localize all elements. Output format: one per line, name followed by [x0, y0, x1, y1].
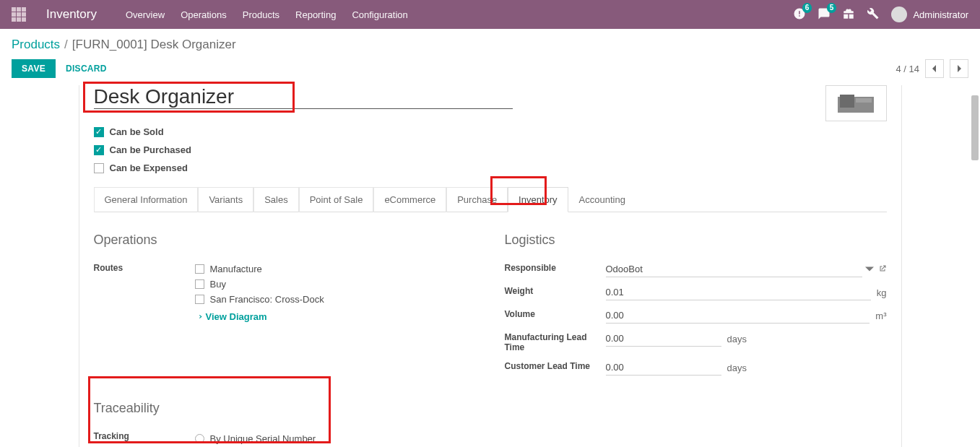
- scrollbar-thumb[interactable]: [971, 95, 979, 160]
- traceability-title: Traceability: [94, 401, 887, 416]
- route-buy-checkbox[interactable]: [195, 279, 204, 289]
- save-button[interactable]: SAVE: [12, 59, 56, 78]
- tracking-label: Tracking: [94, 430, 195, 441]
- responsible-external-icon[interactable]: [878, 264, 887, 275]
- pager-next-button[interactable]: [950, 59, 968, 78]
- pager: 4 / 14: [896, 59, 968, 78]
- tracking-serial-label: By Unique Serial Number: [210, 433, 316, 444]
- route-manufacture-checkbox[interactable]: [195, 264, 204, 274]
- can-be-expensed-label: Can be Expensed: [110, 162, 188, 173]
- nav-links: Overview Operations Products Reporting C…: [126, 9, 408, 20]
- user-menu[interactable]: Administrator: [891, 6, 968, 22]
- view-diagram-label: View Diagram: [206, 311, 267, 322]
- tab-accounting[interactable]: Accounting: [568, 187, 636, 212]
- tab-general-information[interactable]: General Information: [94, 187, 199, 212]
- tab-inventory[interactable]: Inventory: [508, 187, 568, 212]
- app-name[interactable]: Inventory: [46, 7, 97, 22]
- form-sheet: Can be Sold Can be Purchased Can be Expe…: [79, 85, 902, 447]
- logistics-column: Logistics Responsible Weight kg: [505, 233, 887, 379]
- messages-badge: 5: [827, 3, 837, 13]
- operations-title: Operations: [94, 233, 476, 248]
- view-diagram-link[interactable]: View Diagram: [195, 311, 267, 322]
- breadcrumb-root[interactable]: Products: [12, 38, 60, 52]
- breadcrumb-current: [FURN_0001] Desk Organizer: [72, 38, 236, 52]
- volume-unit: m³: [875, 311, 886, 321]
- can-be-sold-label: Can be Sold: [110, 126, 164, 137]
- route-crossdock-checkbox[interactable]: [195, 295, 204, 304]
- mfg-lead-input[interactable]: [606, 331, 721, 347]
- can-be-purchased-label: Can be Purchased: [110, 144, 191, 155]
- svg-rect-1: [840, 95, 854, 108]
- chevron-left-icon: [931, 65, 938, 72]
- tab-content: Operations Routes Manufacture Buy: [79, 212, 901, 379]
- responsible-dropdown-icon[interactable]: [865, 264, 874, 275]
- action-bar: SAVE DISCARD 4 / 14: [0, 55, 980, 85]
- weight-label: Weight: [505, 285, 606, 296]
- responsible-input[interactable]: [606, 261, 862, 277]
- nav-operations[interactable]: Operations: [181, 9, 227, 20]
- route-buy-label: Buy: [210, 279, 226, 290]
- tabs: General Information Variants Sales Point…: [94, 187, 887, 212]
- breadcrumb-separator: /: [64, 38, 68, 52]
- svg-rect-2: [856, 98, 872, 103]
- top-navbar: Inventory Overview Operations Products R…: [0, 0, 980, 29]
- apps-launcher-icon[interactable]: [12, 7, 26, 22]
- user-name: Administrator: [913, 9, 968, 20]
- arrow-right-icon: [195, 313, 203, 321]
- product-options: Can be Sold Can be Purchased Can be Expe…: [79, 121, 901, 187]
- cust-lead-label: Customer Lead Time: [505, 360, 606, 371]
- nav-configuration[interactable]: Configuration: [352, 9, 407, 20]
- cust-lead-unit: days: [727, 363, 747, 373]
- breadcrumb: Products / [FURN_0001] Desk Organizer: [0, 29, 980, 55]
- wrench-icon[interactable]: [867, 7, 880, 22]
- can-be-expensed-checkbox[interactable]: [94, 163, 104, 173]
- responsible-label: Responsible: [505, 261, 606, 273]
- tracking-serial-radio[interactable]: [195, 434, 204, 443]
- logistics-title: Logistics: [505, 233, 887, 248]
- cust-lead-input[interactable]: [606, 360, 721, 376]
- tab-sales[interactable]: Sales: [253, 187, 299, 212]
- scrollbar[interactable]: [968, 29, 980, 447]
- tab-variants[interactable]: Variants: [198, 187, 253, 212]
- product-image[interactable]: [825, 85, 887, 121]
- nav-overview[interactable]: Overview: [126, 9, 165, 20]
- route-manufacture-label: Manufacture: [210, 264, 262, 274]
- tab-ecommerce[interactable]: eCommerce: [373, 187, 446, 212]
- operations-column: Operations Routes Manufacture Buy: [94, 233, 476, 379]
- topbar-right: 6 5 Administrator: [793, 6, 968, 22]
- pager-prev-button[interactable]: [925, 59, 944, 78]
- nav-products[interactable]: Products: [243, 9, 279, 20]
- pager-text: 4 / 14: [896, 64, 919, 74]
- weight-unit: kg: [877, 287, 887, 298]
- mfg-lead-unit: days: [727, 334, 747, 344]
- title-row: [79, 85, 901, 121]
- volume-label: Volume: [505, 308, 606, 319]
- avatar: [891, 6, 907, 22]
- activities-icon[interactable]: 6: [793, 7, 806, 22]
- product-name-input[interactable]: [94, 85, 513, 109]
- mfg-lead-label: Manufacturing Lead Time: [505, 331, 606, 352]
- traceability-section: Traceability Tracking By Unique Serial N…: [79, 379, 901, 447]
- gift-icon[interactable]: [842, 7, 855, 22]
- tab-point-of-sale[interactable]: Point of Sale: [299, 187, 374, 212]
- route-crossdock-label: San Francisco: Cross-Dock: [210, 294, 324, 305]
- product-image-placeholder: [834, 91, 877, 116]
- weight-input[interactable]: [606, 285, 871, 300]
- chevron-right-icon: [955, 65, 963, 72]
- routes-label: Routes: [94, 261, 195, 273]
- can-be-purchased-checkbox[interactable]: [94, 145, 104, 155]
- discard-button[interactable]: DISCARD: [66, 64, 107, 74]
- activities-badge: 6: [802, 3, 812, 13]
- can-be-sold-checkbox[interactable]: [94, 127, 104, 137]
- tab-purchase[interactable]: Purchase: [446, 187, 508, 212]
- volume-input[interactable]: [606, 308, 870, 324]
- messages-icon[interactable]: 5: [818, 7, 831, 22]
- nav-reporting[interactable]: Reporting: [295, 9, 336, 20]
